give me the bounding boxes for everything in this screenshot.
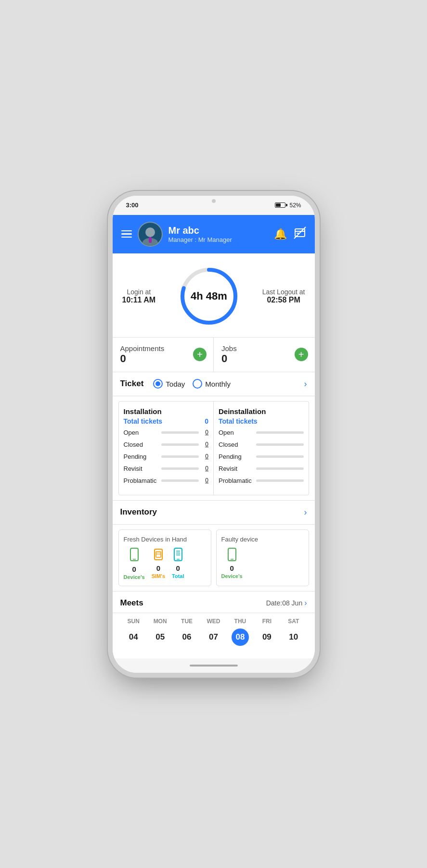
deinstallation-total-label: Total tickets (219, 417, 258, 425)
cal-date-06[interactable]: 06 (173, 629, 200, 646)
day-tue: TUE (173, 618, 200, 625)
time-display: 3:00 (126, 201, 139, 209)
dei-open-label: Open (219, 429, 253, 436)
deinstallation-col: Deinstallation Total tickets Open Closed… (213, 402, 309, 495)
devices-label: Device's (124, 574, 145, 580)
problamatic-label: Problamatic (124, 477, 158, 484)
login-info: Login at 10:11 AM (122, 288, 156, 304)
svg-rect-2 (149, 237, 152, 243)
deinstallation-total: Total tickets (219, 417, 304, 425)
svg-rect-20 (228, 548, 236, 561)
day-wed: WED (200, 618, 227, 625)
installation-total-value: 0 (205, 417, 208, 425)
cal-date-08[interactable]: 08 (232, 629, 249, 646)
inventory-arrow[interactable]: › (304, 507, 307, 517)
battery-icon (275, 202, 287, 208)
devices-count: 0 (132, 565, 136, 573)
closed-label: Closed (124, 441, 158, 448)
pending-count: 0 (202, 453, 208, 460)
today-radio-outer (153, 379, 163, 389)
meets-date-arrow: › (304, 599, 307, 607)
phone-frame: 3:00 52% Mr abc (113, 196, 315, 673)
open-count: 0 (202, 429, 208, 436)
sims-label: SIM's (152, 573, 165, 579)
add-job-button[interactable]: + (295, 348, 308, 361)
cal-date-10[interactable]: 10 (280, 629, 307, 646)
meets-section: Meets Date:08 Jun › SUN MON TUE WED THU … (113, 591, 315, 658)
bell-icon[interactable]: 🔔 (274, 228, 287, 240)
calendar: SUN MON TUE WED THU FRI SAT 04 05 06 07 … (113, 613, 315, 654)
home-indicator[interactable] (190, 665, 238, 667)
device-item-devices: 0 Device's (124, 548, 145, 580)
device-item-total: 0 Total (172, 548, 184, 580)
cal-date-04[interactable]: 04 (120, 629, 147, 646)
jobs-stat: Jobs 0 + (213, 338, 315, 372)
appointments-value: 0 (120, 352, 126, 365)
inventory-title: Inventory (120, 507, 157, 517)
revisit-label: Revisit (124, 465, 158, 472)
add-appointment-button[interactable]: + (193, 348, 207, 361)
revisit-count: 0 (202, 465, 208, 472)
faulty-devices-card: Faulty device 0 Device's (216, 529, 309, 586)
cal-date-07[interactable]: 07 (200, 629, 227, 646)
meets-date[interactable]: Date:08 Jun › (266, 599, 307, 607)
dei-closed-label: Closed (219, 441, 253, 448)
ticket-filter-group: Today Monthly (153, 379, 231, 389)
fresh-device-items: 0 Device's (124, 548, 206, 580)
installation-col: Installation Total tickets 0 Open 0 Clos… (119, 402, 214, 495)
day-sun: SUN (120, 618, 147, 625)
app-header: Mr abc Manager : Mr Manager 🔔 (113, 215, 315, 253)
ticket-arrow[interactable]: › (304, 379, 307, 389)
header-icons: 🔔 (274, 226, 306, 242)
svg-rect-15 (174, 548, 182, 561)
day-fri: FRI (254, 618, 280, 625)
open-label: Open (124, 429, 158, 436)
today-radio-inner (155, 381, 160, 386)
login-label: Login at (122, 288, 156, 296)
calendar-day-labels: SUN MON TUE WED THU FRI SAT (120, 618, 307, 625)
user-name: Mr abc (168, 225, 268, 236)
cal-date-05[interactable]: 05 (147, 629, 173, 646)
monthly-radio[interactable]: Monthly (193, 379, 231, 389)
avatar (138, 222, 163, 247)
installation-total: Total tickets 0 (124, 417, 209, 425)
faulty-devices-label: Device's (221, 573, 243, 579)
cal-date-09[interactable]: 09 (254, 629, 280, 646)
login-time: 10:11 AM (122, 296, 156, 304)
logout-info: Last Logout at 02:58 PM (262, 288, 305, 304)
dei-problamatic-label: Problamatic (219, 477, 253, 484)
faulty-devices-title: Faulty device (221, 536, 304, 543)
svg-rect-9 (130, 548, 138, 561)
appointments-label: Appointments (120, 344, 165, 352)
installation-closed-row: Closed 0 (124, 441, 209, 448)
today-radio[interactable]: Today (153, 379, 185, 389)
faulty-devices-count: 0 (230, 564, 233, 572)
meets-title: Meets (120, 598, 143, 608)
hamburger-menu[interactable] (121, 230, 132, 238)
device-item-sims: 0 SIM's (152, 548, 165, 580)
pending-label: Pending (124, 453, 158, 460)
today-label: Today (166, 380, 185, 388)
sim-icon (154, 548, 163, 563)
installation-open-row: Open 0 (124, 429, 209, 436)
appointments-stat: Appointments 0 + (113, 338, 214, 372)
deinstallation-problamatic-row: Problamatic (219, 477, 304, 484)
deinstallation-closed-row: Closed (219, 441, 304, 448)
fresh-devices-title: Fresh Devices in Hand (124, 536, 206, 543)
faulty-device-items: 0 Device's (221, 548, 304, 579)
timer-section: Login at 10:11 AM 4h 48m Last Logout at … (113, 253, 315, 337)
deinstallation-title: Deinstallation (219, 407, 304, 415)
inventory-header: Inventory › (113, 501, 315, 525)
jobs-label: Jobs (221, 344, 237, 352)
timer-duration: 4h 48m (191, 290, 227, 302)
manager-label: Manager : Mr Manager (168, 236, 268, 243)
deinstallation-open-row: Open (219, 429, 304, 436)
problamatic-count: 0 (202, 477, 208, 484)
jobs-value: 0 (221, 352, 227, 365)
sims-count: 0 (156, 564, 160, 572)
status-bar: 3:00 52% (113, 196, 315, 215)
calendar-dates: 04 05 06 07 08 09 10 (120, 629, 307, 646)
card-icon[interactable] (294, 226, 306, 242)
logout-label: Last Logout at (262, 288, 305, 296)
installation-title: Installation (124, 407, 209, 415)
